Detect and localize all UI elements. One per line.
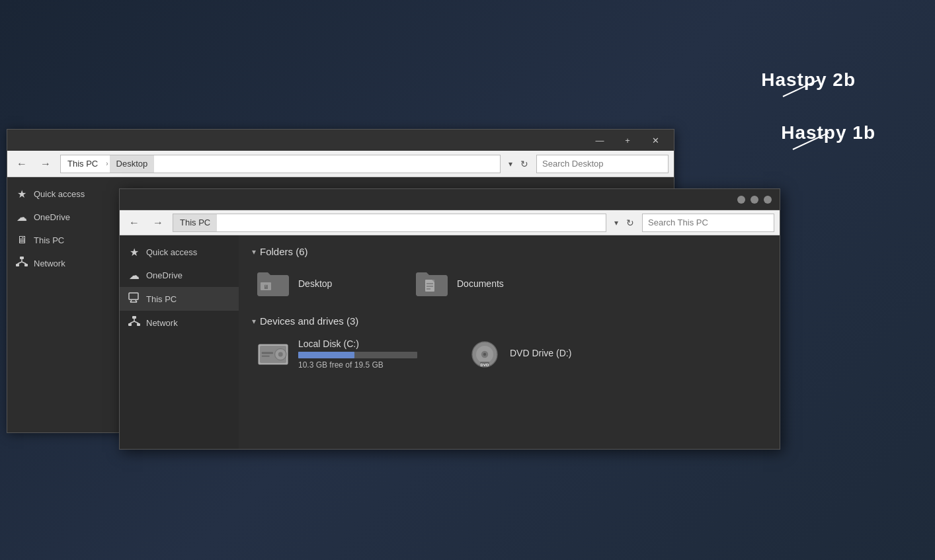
cloud-icon-2: ☁ xyxy=(128,269,141,282)
pc-icon: 🖥 xyxy=(15,234,28,246)
sidebar-label-onedrive: OneDrive xyxy=(34,212,70,222)
sidebar2-item-onedrive[interactable]: ☁ OneDrive xyxy=(120,264,239,287)
network-icon xyxy=(15,257,28,270)
folders-chevron: ▾ xyxy=(252,247,256,257)
dot-2 xyxy=(751,196,758,204)
drive-c[interactable]: Local Disk (C:) 10.3 GB free of 19.5 GB xyxy=(252,335,450,374)
window-thispc: ← → This PC ▾ ↻ Search This PC ★ Quick a… xyxy=(119,188,780,450)
search-bar-desktop[interactable]: Search Desktop xyxy=(536,155,669,173)
star-icon-2: ★ xyxy=(128,246,141,259)
svg-rect-10 xyxy=(132,316,136,319)
svg-rect-0 xyxy=(20,257,24,259)
hdd-icon xyxy=(256,340,290,369)
devices-chevron: ▾ xyxy=(252,317,256,326)
drive-c-info: Local Disk (C:) 10.3 GB free of 19.5 GB xyxy=(298,339,446,370)
back-button[interactable]: ← xyxy=(13,155,31,173)
svg-rect-27 xyxy=(262,352,273,354)
folder-desktop-icon: 🖥 xyxy=(256,269,290,298)
minimize-button[interactable]: — xyxy=(587,131,613,149)
drive-d-name: DVD Drive (D:) xyxy=(510,348,658,358)
svg-rect-18 xyxy=(425,280,434,292)
window2-content: ★ Quick access ☁ OneDrive This PC xyxy=(120,235,780,449)
sidebar2-item-network[interactable]: Network xyxy=(120,311,239,335)
folder-documents-name: Documents xyxy=(457,278,552,289)
sidebar-label-thispc: This PC xyxy=(34,235,64,245)
navbar-controls: ▾ ↻ xyxy=(506,157,531,171)
drive-c-space: 10.3 GB free of 19.5 GB xyxy=(298,360,446,370)
sidebar-item-thispc[interactable]: 🖥 This PC xyxy=(7,229,120,251)
main-content: ▾ Folders (6) 🖥 Desktop xyxy=(239,235,780,449)
svg-point-32 xyxy=(483,352,486,355)
breadcrumb-bar[interactable]: This PC › Desktop xyxy=(60,155,501,173)
sidebar2-label-network: Network xyxy=(146,318,178,328)
breadcrumb-thispc[interactable]: This PC xyxy=(61,155,104,173)
breadcrumb-dropdown-2[interactable]: ▾ xyxy=(612,217,621,229)
sidebar-label-quickaccess: Quick access xyxy=(34,189,85,199)
titlebar-desktop: — + ✕ xyxy=(7,130,674,151)
close-button[interactable]: ✕ xyxy=(642,131,669,149)
breadcrumb-desktop[interactable]: Desktop xyxy=(110,155,155,173)
folder-desktop-name: Desktop xyxy=(298,278,393,289)
folders-grid: 🖥 Desktop xyxy=(252,265,766,302)
folders-section-title: Folders (6) xyxy=(260,246,308,257)
navbar-thispc: ← → This PC ▾ ↻ Search This PC xyxy=(120,210,780,235)
sidebar-item-onedrive[interactable]: ☁ OneDrive xyxy=(7,206,120,229)
network-icon-2 xyxy=(128,316,141,329)
svg-rect-2 xyxy=(24,264,28,266)
drive-d[interactable]: DVD DVD DVD Drive (D:) xyxy=(464,335,662,374)
devices-section-title: Devices and drives (3) xyxy=(260,315,358,327)
breadcrumb-sep: › xyxy=(104,160,109,167)
svg-line-5 xyxy=(22,262,26,264)
breadcrumb-dropdown[interactable]: ▾ xyxy=(506,158,515,170)
folder-documents-icon xyxy=(415,269,449,298)
forward-button-2[interactable]: → xyxy=(149,214,167,232)
folder-desktop[interactable]: 🖥 Desktop xyxy=(252,265,397,302)
refresh-button-2[interactable]: ↻ xyxy=(624,216,637,229)
sidebar-item-network[interactable]: Network xyxy=(7,251,120,275)
window-controls: — + ✕ xyxy=(587,131,669,149)
search-bar-thispc[interactable]: Search This PC xyxy=(642,214,774,232)
drives-grid: Local Disk (C:) 10.3 GB free of 19.5 GB xyxy=(252,335,766,374)
watermark-hastpy2b: Hastpy 2b xyxy=(761,69,856,91)
back-button-2[interactable]: ← xyxy=(125,214,143,232)
navbar-desktop: ← → This PC › Desktop ▾ ↻ Search Desktop xyxy=(7,151,674,177)
dvd-icon: DVD DVD xyxy=(468,340,502,369)
folders-section-header: ▾ Folders (6) xyxy=(252,246,766,257)
cloud-icon: ☁ xyxy=(15,211,28,223)
drive-c-bar-fill xyxy=(298,352,354,358)
svg-line-14 xyxy=(130,321,135,323)
svg-rect-28 xyxy=(262,355,270,356)
svg-line-4 xyxy=(18,262,22,264)
breadcrumb-bar-2[interactable]: This PC xyxy=(173,214,606,232)
drive-c-bar-bg xyxy=(298,352,417,358)
dot-3 xyxy=(764,196,772,204)
dot-1 xyxy=(737,196,745,204)
sidebar2-label-onedrive: OneDrive xyxy=(146,270,183,280)
forward-button[interactable]: → xyxy=(36,155,55,173)
devices-section-header: ▾ Devices and drives (3) xyxy=(252,315,766,327)
sidebar-thispc: ★ Quick access ☁ OneDrive This PC xyxy=(120,235,239,449)
star-icon: ★ xyxy=(15,188,28,200)
sidebar-item-quickaccess[interactable]: ★ Quick access xyxy=(7,182,120,206)
sidebar2-label-quickaccess: Quick access xyxy=(146,247,197,257)
navbar-controls-2: ▾ ↻ xyxy=(612,216,637,229)
svg-line-15 xyxy=(134,321,139,323)
folder-desktop-info: Desktop xyxy=(298,278,393,289)
sidebar-desktop: ★ Quick access ☁ OneDrive 🖥 This PC xyxy=(7,177,120,432)
sidebar2-item-thispc[interactable]: This PC xyxy=(120,287,239,311)
window2-dots xyxy=(737,196,774,204)
svg-point-26 xyxy=(278,352,283,356)
sidebar2-label-thispc: This PC xyxy=(146,294,177,304)
maximize-button[interactable]: + xyxy=(614,131,641,149)
sidebar2-item-quickaccess[interactable]: ★ Quick access xyxy=(120,241,239,264)
drive-c-name: Local Disk (C:) xyxy=(298,339,446,349)
svg-rect-12 xyxy=(137,323,140,326)
svg-rect-6 xyxy=(129,293,138,300)
refresh-button[interactable]: ↻ xyxy=(518,157,531,171)
folder-documents-info: Documents xyxy=(457,278,552,289)
breadcrumb-thispc-2[interactable]: This PC xyxy=(173,214,217,231)
folder-documents[interactable]: Documents xyxy=(411,265,556,302)
svg-text:DVD: DVD xyxy=(481,363,489,367)
pc-icon-2 xyxy=(128,292,141,305)
titlebar-thispc xyxy=(120,189,780,210)
